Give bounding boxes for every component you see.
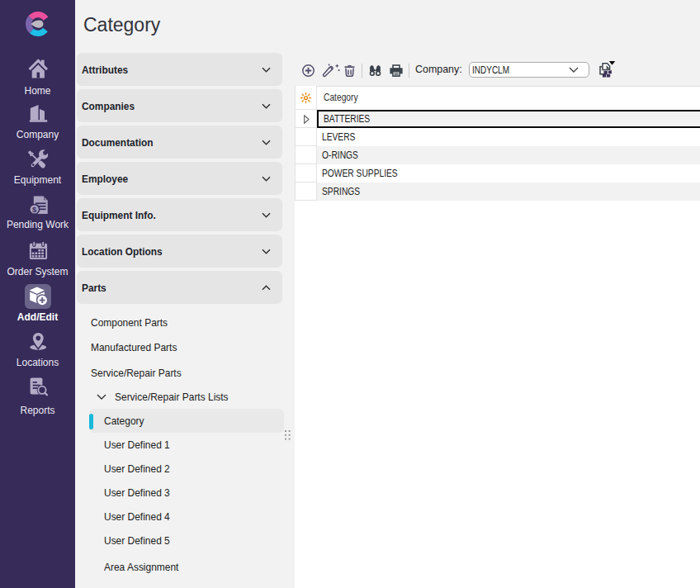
svg-text:$: $ [32,205,37,214]
